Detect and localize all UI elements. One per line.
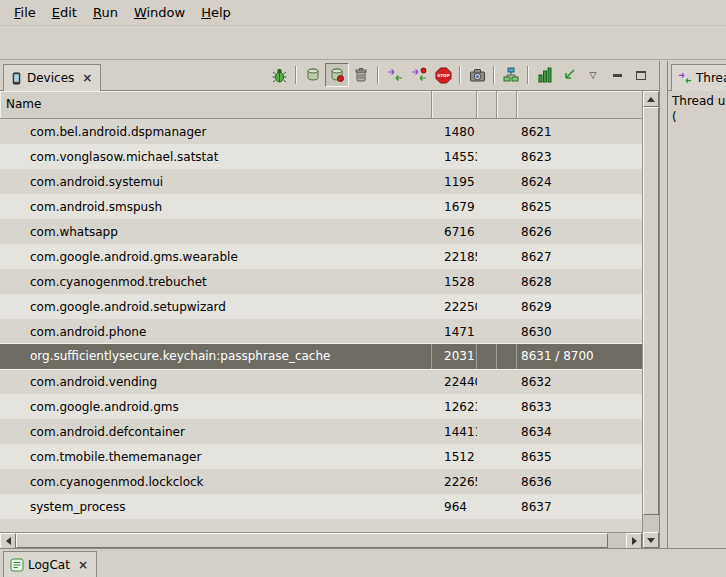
table-row[interactable]: system_process 964 8637 <box>0 494 642 519</box>
process-port: 8632 <box>517 375 642 389</box>
process-port: 8630 <box>517 325 642 339</box>
ddms-window: File Edit Run Window Help Devices × <box>0 0 726 577</box>
process-name: com.cyanogenmod.trebuchet <box>0 275 432 289</box>
process-pid: 14411 <box>432 425 477 439</box>
table-row[interactable]: com.google.android.setupwizard 22250 862… <box>0 294 642 319</box>
scroll-up-button[interactable] <box>643 91 659 107</box>
scroll-left-button[interactable] <box>0 533 16 549</box>
minimize-icon[interactable] <box>605 63 629 87</box>
process-pid: 22265 <box>432 475 477 489</box>
process-port: 8635 <box>517 450 642 464</box>
horizontal-scroll-track <box>16 533 626 548</box>
scroll-down-button[interactable] <box>643 532 659 548</box>
stop-process-icon[interactable]: STOP <box>431 63 455 87</box>
svg-text:STOP: STOP <box>437 73 450 78</box>
process-port: 8624 <box>517 175 642 189</box>
view-menu-glyph: ▽ <box>590 71 597 80</box>
panel-sash[interactable] <box>660 61 667 548</box>
process-pid: 964 <box>432 500 477 514</box>
close-icon[interactable]: × <box>76 558 90 572</box>
process-pid: 1679 <box>432 200 477 214</box>
process-pid: 1512 <box>432 450 477 464</box>
process-name: com.android.systemui <box>0 175 432 189</box>
tab-threads[interactable]: Threa <box>671 64 726 91</box>
table-row[interactable]: com.android.defcontainer 14411 8634 <box>0 419 642 444</box>
table-row[interactable]: com.android.phone 1471 8630 <box>0 319 642 344</box>
process-pid: 12623 <box>432 400 477 414</box>
menu-item[interactable]: Window <box>126 1 193 24</box>
process-table: com.bel.android.dspmanager 1480 8621 com… <box>0 119 642 532</box>
process-port: 8629 <box>517 300 642 314</box>
process-name: com.google.android.setupwizard <box>0 300 432 314</box>
menubar: File Edit Run Window Help <box>0 0 726 26</box>
column-header-pid[interactable] <box>432 91 477 118</box>
start-method-profiling-icon[interactable] <box>407 63 431 87</box>
process-port: 8634 <box>517 425 642 439</box>
horizontal-scroll-thumb[interactable] <box>16 533 608 548</box>
process-port: 8621 <box>517 125 642 139</box>
cause-gc-icon[interactable] <box>349 63 373 87</box>
debug-process-icon[interactable] <box>267 63 291 87</box>
table-row[interactable]: com.android.smspush 1679 8625 <box>0 194 642 219</box>
scroll-right-button[interactable] <box>626 533 642 549</box>
menu-item[interactable]: Help <box>193 1 239 24</box>
sysinfo-bars-icon[interactable] <box>533 63 557 87</box>
tab-label: LogCat <box>28 558 70 572</box>
dump-view-hierarchy-icon[interactable] <box>499 63 523 87</box>
process-port: 8625 <box>517 200 642 214</box>
update-heap-icon[interactable] <box>301 63 325 87</box>
column-header-3[interactable] <box>477 91 497 118</box>
update-threads-icon[interactable] <box>383 63 407 87</box>
tab-logcat[interactable]: LogCat × <box>3 551 97 577</box>
vertical-scrollbar <box>642 91 659 548</box>
process-port: 8637 <box>517 500 642 514</box>
process-port: 8636 <box>517 475 642 489</box>
menu-item[interactable]: Run <box>85 1 126 24</box>
devices-tabbar: Devices × <box>0 61 659 91</box>
menu-item[interactable]: File <box>6 1 44 24</box>
column-header-port[interactable] <box>517 91 642 118</box>
threads-message: Thread up ( <box>672 93 726 125</box>
process-pid: 6716 <box>432 225 477 239</box>
cell-empty <box>497 344 517 369</box>
maximize-icon[interactable] <box>629 63 653 87</box>
vertical-scroll-thumb[interactable] <box>643 107 659 515</box>
table-row[interactable]: com.cyanogenmod.lockclock 22265 8636 <box>0 469 642 494</box>
process-port: 8628 <box>517 275 642 289</box>
process-port: 8627 <box>517 250 642 264</box>
process-pid: 22440 <box>432 375 477 389</box>
table-row[interactable]: com.cyanogenmod.trebuchet 1528 8628 <box>0 269 642 294</box>
threads-icon <box>678 71 692 85</box>
table-row[interactable]: com.vonglasow.michael.satstat 14553 8623 <box>0 144 642 169</box>
view-menu-icon[interactable]: ▽ <box>581 63 605 87</box>
table-row[interactable]: com.tmobile.thememanager 1512 8635 <box>0 444 642 469</box>
vertical-scroll-track <box>643 107 659 532</box>
process-pid: 22250 <box>432 300 477 314</box>
main-toolbar-strip <box>0 26 726 60</box>
screen-capture-icon[interactable] <box>465 63 489 87</box>
table-row[interactable]: com.android.vending 22440 8632 <box>0 369 642 394</box>
process-pid: 22185 <box>432 250 477 264</box>
dump-hprof-icon[interactable] <box>325 63 349 87</box>
menu-item[interactable]: Edit <box>44 1 85 24</box>
table-row[interactable]: com.whatsapp 6716 8626 <box>0 219 642 244</box>
toolbar-separator <box>295 66 297 84</box>
tab-devices[interactable]: Devices × <box>3 64 101 91</box>
table-row[interactable]: com.google.android.gms 12623 8633 <box>0 394 642 419</box>
horizontal-scrollbar <box>0 532 642 548</box>
main-area: Devices × <box>0 61 726 548</box>
tab-label: Devices <box>27 71 74 85</box>
table-row[interactable]: com.google.android.gms.wearable 22185 86… <box>0 244 642 269</box>
threads-message-line2: ( <box>672 109 726 125</box>
capture-arrow-icon[interactable] <box>557 63 581 87</box>
toolbar-separator <box>459 66 461 84</box>
process-name: com.android.phone <box>0 325 432 339</box>
threads-panel: Threa Thread up ( <box>667 61 726 548</box>
column-header-name[interactable]: Name <box>0 91 432 118</box>
table-row[interactable]: com.bel.android.dspmanager 1480 8621 <box>0 119 642 144</box>
devices-toolbar: STOP <box>267 60 659 90</box>
column-header-4[interactable] <box>497 91 517 118</box>
table-row[interactable]: org.sufficientlysecure.keychain:passphra… <box>0 344 642 369</box>
close-icon[interactable]: × <box>80 71 94 85</box>
table-row[interactable]: com.android.systemui 1195 8624 <box>0 169 642 194</box>
